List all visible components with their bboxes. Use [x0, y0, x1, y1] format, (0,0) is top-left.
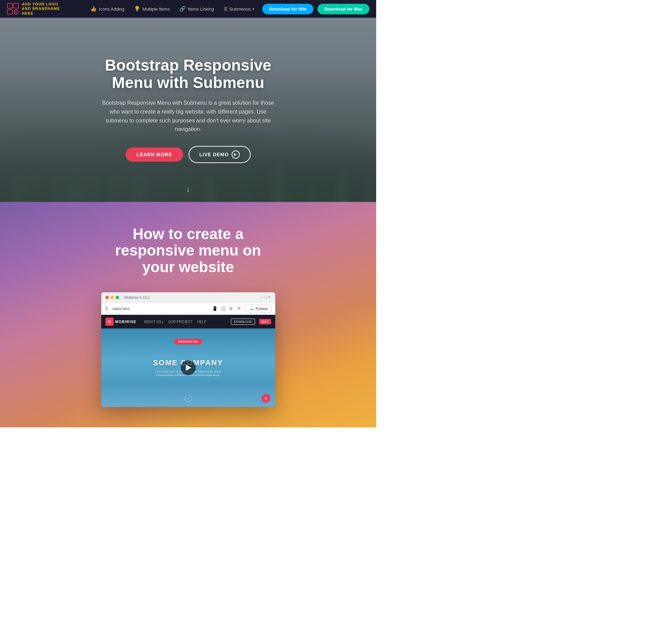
hero-buttons: LEARN MORE LIVE DEMO ▶ [100, 146, 277, 163]
app-toolbar: ☰ index.html 📱 ⬜ 🖥 👁 ☁ Publish [101, 303, 275, 315]
maximize-dot[interactable] [116, 296, 119, 299]
nav-link-items-linking-label: Items Linking [188, 6, 214, 12]
live-demo-label: LIVE DEMO [200, 152, 229, 157]
app-download-button[interactable]: DOWNLOAD [231, 319, 255, 325]
screen-hero: CONTACT US SOME COMPANY Lorem ipsum dolo… [101, 328, 275, 407]
nav-download-buttons: Download for Win Download for Mac [262, 4, 369, 14]
nav-link-icons-adding-label: Icons Adding [99, 6, 124, 12]
submenus-label: Submenus [230, 6, 251, 12]
section2-title: How to create a responsive menu on your … [103, 226, 274, 275]
nav-links: 👍 Icons Adding 💡 Multiple Items 🔗 Items … [90, 6, 254, 12]
svg-rect-0 [8, 3, 12, 8]
app-project-link[interactable]: OUR PROJECT [168, 320, 193, 324]
hero-section: Bootstrap Responsive Menu with Submenu B… [0, 18, 376, 202]
nav-link-items-linking[interactable]: 🔗 Items Linking [179, 6, 214, 12]
app-inner-nav-links: ABOUT US OUR PROJECT HELP [144, 320, 206, 324]
publish-button[interactable]: ☁ Publish [246, 305, 271, 312]
svg-rect-1 [14, 3, 18, 8]
app-screen: M MOBIRISE ABOUT US OUR PROJECT HELP DOW… [101, 315, 275, 407]
brand: ADD YOUR LOGO AND BRANDNAME HERE [7, 2, 66, 16]
publish-icon: ☁ [249, 306, 254, 311]
how-to-section: How to create a responsive menu on your … [0, 202, 376, 427]
app-about-link[interactable]: ABOUT US [144, 320, 163, 324]
hamburger-menu-icon[interactable]: ☰ [105, 306, 108, 311]
icons-adding-icon: 👍 [90, 6, 97, 12]
video-play-button[interactable] [181, 360, 196, 375]
window-minimize-icon[interactable]: — □ ✕ [260, 295, 271, 299]
device-view-icons: 📱 ⬜ 🖥 [212, 306, 233, 311]
app-logo-text: MOBIRISE [115, 320, 136, 324]
window-titlebar: Mobirise 5.15.1 — □ ✕ [101, 292, 275, 303]
submenus-chevron-icon: ▾ [252, 7, 254, 11]
submenus-icon: ☰ [224, 6, 228, 12]
video-preview-container: Mobirise 5.15.1 — □ ✕ ☰ index.html 📱 ⬜ 🖥… [101, 292, 275, 407]
download-win-button[interactable]: Download for Win [262, 4, 313, 14]
hero-title: Bootstrap Responsive Menu with Submenu [100, 57, 277, 91]
brand-logo-icon [7, 3, 19, 15]
play-icon: ▶ [232, 150, 240, 159]
window-title: Mobirise 5.15.1 [124, 295, 150, 299]
scroll-down-arrow[interactable]: ↓ [186, 185, 190, 194]
app-help-link[interactable]: HELP [197, 320, 206, 324]
tablet-view-icon[interactable]: ⬜ [220, 306, 226, 311]
nav-submenus-dropdown[interactable]: ☰ Submenus ▾ [224, 6, 254, 12]
eye-preview-icon[interactable]: 👁 [237, 306, 241, 311]
fab-add-button[interactable]: + [262, 394, 270, 403]
play-triangle-icon [186, 365, 191, 371]
contact-us-tag[interactable]: CONTACT US [174, 339, 202, 345]
mobile-view-icon[interactable]: 📱 [212, 306, 218, 311]
app-inner-navbar: M MOBIRISE ABOUT US OUR PROJECT HELP DOW… [101, 315, 275, 328]
hero-subtitle: Bootstrap Responsive Menu with Submenu i… [100, 99, 277, 133]
nav-link-icons-adding[interactable]: 👍 Icons Adding [90, 6, 124, 12]
hero-content: Bootstrap Responsive Menu with Submenu B… [93, 57, 284, 163]
learn-more-button[interactable]: LEARN MORE [126, 147, 183, 162]
app-highlight-button[interactable]: BUY [259, 319, 271, 324]
publish-label: Publish [255, 307, 268, 311]
svg-rect-2 [8, 10, 12, 14]
brand-text: ADD YOUR LOGO AND BRANDNAME HERE [22, 2, 66, 16]
preview-scroll-arrow[interactable]: ↓ [185, 395, 192, 402]
navbar: ADD YOUR LOGO AND BRANDNAME HERE 👍 Icons… [0, 0, 376, 18]
app-inner-logo: M MOBIRISE [105, 318, 136, 326]
close-dot[interactable] [105, 296, 109, 299]
nav-link-multiple-items[interactable]: 💡 Multiple Items [134, 6, 170, 12]
items-linking-icon: 🔗 [179, 6, 186, 12]
window-controls [105, 296, 119, 299]
file-path: index.html [113, 307, 130, 311]
desktop-view-icon[interactable]: 🖥 [228, 306, 233, 311]
download-mac-button[interactable]: Download for Mac [318, 4, 369, 14]
live-demo-button[interactable]: LIVE DEMO ▶ [189, 146, 251, 163]
minimize-dot[interactable] [110, 296, 114, 299]
nav-link-multiple-items-label: Multiple Items [143, 6, 170, 12]
app-logo-box: M [105, 318, 114, 326]
multiple-items-icon: 💡 [134, 6, 141, 12]
